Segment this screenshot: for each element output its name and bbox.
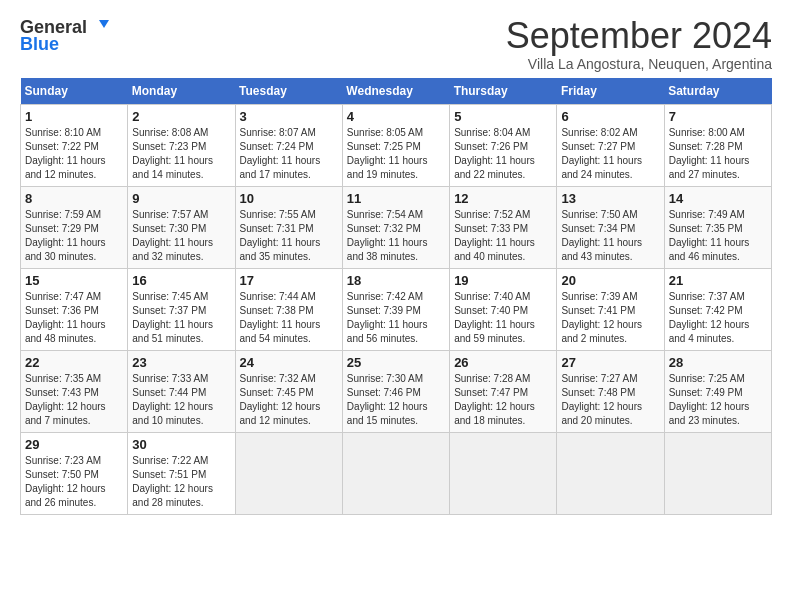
day-number: 26: [454, 355, 552, 370]
table-cell: [342, 432, 449, 514]
table-cell: 8 Sunrise: 7:59 AM Sunset: 7:29 PM Dayli…: [21, 186, 128, 268]
day-number: 9: [132, 191, 230, 206]
day-number: 27: [561, 355, 659, 370]
day-info: Sunrise: 7:25 AM Sunset: 7:49 PM Dayligh…: [669, 372, 767, 428]
day-info: Sunrise: 7:28 AM Sunset: 7:47 PM Dayligh…: [454, 372, 552, 428]
calendar-row: 15 Sunrise: 7:47 AM Sunset: 7:36 PM Dayl…: [21, 268, 772, 350]
day-number: 25: [347, 355, 445, 370]
day-info: Sunrise: 7:39 AM Sunset: 7:41 PM Dayligh…: [561, 290, 659, 346]
col-friday: Friday: [557, 78, 664, 105]
logo-bird-icon: [89, 16, 111, 38]
day-number: 23: [132, 355, 230, 370]
calendar-header-row: Sunday Monday Tuesday Wednesday Thursday…: [21, 78, 772, 105]
day-number: 12: [454, 191, 552, 206]
day-info: Sunrise: 7:42 AM Sunset: 7:39 PM Dayligh…: [347, 290, 445, 346]
day-number: 18: [347, 273, 445, 288]
col-monday: Monday: [128, 78, 235, 105]
table-cell: 1 Sunrise: 8:10 AM Sunset: 7:22 PM Dayli…: [21, 104, 128, 186]
month-title: September 2024: [506, 16, 772, 56]
day-info: Sunrise: 7:30 AM Sunset: 7:46 PM Dayligh…: [347, 372, 445, 428]
table-cell: 28 Sunrise: 7:25 AM Sunset: 7:49 PM Dayl…: [664, 350, 771, 432]
day-number: 5: [454, 109, 552, 124]
table-cell: 12 Sunrise: 7:52 AM Sunset: 7:33 PM Dayl…: [450, 186, 557, 268]
table-cell: 27 Sunrise: 7:27 AM Sunset: 7:48 PM Dayl…: [557, 350, 664, 432]
day-info: Sunrise: 7:50 AM Sunset: 7:34 PM Dayligh…: [561, 208, 659, 264]
day-info: Sunrise: 7:55 AM Sunset: 7:31 PM Dayligh…: [240, 208, 338, 264]
day-number: 22: [25, 355, 123, 370]
col-thursday: Thursday: [450, 78, 557, 105]
day-info: Sunrise: 8:10 AM Sunset: 7:22 PM Dayligh…: [25, 126, 123, 182]
calendar-row: 22 Sunrise: 7:35 AM Sunset: 7:43 PM Dayl…: [21, 350, 772, 432]
col-saturday: Saturday: [664, 78, 771, 105]
day-number: 30: [132, 437, 230, 452]
day-info: Sunrise: 7:44 AM Sunset: 7:38 PM Dayligh…: [240, 290, 338, 346]
table-cell: 15 Sunrise: 7:47 AM Sunset: 7:36 PM Dayl…: [21, 268, 128, 350]
calendar-row: 8 Sunrise: 7:59 AM Sunset: 7:29 PM Dayli…: [21, 186, 772, 268]
day-number: 4: [347, 109, 445, 124]
table-cell: 4 Sunrise: 8:05 AM Sunset: 7:25 PM Dayli…: [342, 104, 449, 186]
table-cell: 20 Sunrise: 7:39 AM Sunset: 7:41 PM Dayl…: [557, 268, 664, 350]
day-number: 6: [561, 109, 659, 124]
table-cell: 5 Sunrise: 8:04 AM Sunset: 7:26 PM Dayli…: [450, 104, 557, 186]
day-info: Sunrise: 8:07 AM Sunset: 7:24 PM Dayligh…: [240, 126, 338, 182]
day-info: Sunrise: 7:40 AM Sunset: 7:40 PM Dayligh…: [454, 290, 552, 346]
day-number: 20: [561, 273, 659, 288]
day-number: 8: [25, 191, 123, 206]
day-number: 1: [25, 109, 123, 124]
col-tuesday: Tuesday: [235, 78, 342, 105]
table-cell: 10 Sunrise: 7:55 AM Sunset: 7:31 PM Dayl…: [235, 186, 342, 268]
table-cell: 23 Sunrise: 7:33 AM Sunset: 7:44 PM Dayl…: [128, 350, 235, 432]
day-info: Sunrise: 7:23 AM Sunset: 7:50 PM Dayligh…: [25, 454, 123, 510]
day-info: Sunrise: 7:22 AM Sunset: 7:51 PM Dayligh…: [132, 454, 230, 510]
table-cell: [557, 432, 664, 514]
table-cell: 25 Sunrise: 7:30 AM Sunset: 7:46 PM Dayl…: [342, 350, 449, 432]
table-cell: [235, 432, 342, 514]
day-info: Sunrise: 7:54 AM Sunset: 7:32 PM Dayligh…: [347, 208, 445, 264]
page-header: General Blue September 2024 Villa La Ang…: [20, 16, 772, 72]
location-subtitle: Villa La Angostura, Neuquen, Argentina: [506, 56, 772, 72]
day-number: 16: [132, 273, 230, 288]
day-info: Sunrise: 7:52 AM Sunset: 7:33 PM Dayligh…: [454, 208, 552, 264]
day-info: Sunrise: 7:45 AM Sunset: 7:37 PM Dayligh…: [132, 290, 230, 346]
table-cell: 2 Sunrise: 8:08 AM Sunset: 7:23 PM Dayli…: [128, 104, 235, 186]
table-cell: 17 Sunrise: 7:44 AM Sunset: 7:38 PM Dayl…: [235, 268, 342, 350]
day-info: Sunrise: 8:04 AM Sunset: 7:26 PM Dayligh…: [454, 126, 552, 182]
table-cell: 11 Sunrise: 7:54 AM Sunset: 7:32 PM Dayl…: [342, 186, 449, 268]
col-sunday: Sunday: [21, 78, 128, 105]
day-number: 14: [669, 191, 767, 206]
day-info: Sunrise: 7:32 AM Sunset: 7:45 PM Dayligh…: [240, 372, 338, 428]
title-block: September 2024 Villa La Angostura, Neuqu…: [506, 16, 772, 72]
day-number: 24: [240, 355, 338, 370]
day-info: Sunrise: 7:33 AM Sunset: 7:44 PM Dayligh…: [132, 372, 230, 428]
table-cell: 24 Sunrise: 7:32 AM Sunset: 7:45 PM Dayl…: [235, 350, 342, 432]
table-cell: 16 Sunrise: 7:45 AM Sunset: 7:37 PM Dayl…: [128, 268, 235, 350]
table-cell: 29 Sunrise: 7:23 AM Sunset: 7:50 PM Dayl…: [21, 432, 128, 514]
day-number: 7: [669, 109, 767, 124]
day-number: 19: [454, 273, 552, 288]
day-info: Sunrise: 7:37 AM Sunset: 7:42 PM Dayligh…: [669, 290, 767, 346]
day-number: 28: [669, 355, 767, 370]
day-number: 17: [240, 273, 338, 288]
calendar-row: 1 Sunrise: 8:10 AM Sunset: 7:22 PM Dayli…: [21, 104, 772, 186]
day-info: Sunrise: 7:35 AM Sunset: 7:43 PM Dayligh…: [25, 372, 123, 428]
day-number: 3: [240, 109, 338, 124]
day-number: 29: [25, 437, 123, 452]
day-info: Sunrise: 8:02 AM Sunset: 7:27 PM Dayligh…: [561, 126, 659, 182]
day-number: 15: [25, 273, 123, 288]
table-cell: 6 Sunrise: 8:02 AM Sunset: 7:27 PM Dayli…: [557, 104, 664, 186]
day-info: Sunrise: 7:27 AM Sunset: 7:48 PM Dayligh…: [561, 372, 659, 428]
table-cell: 3 Sunrise: 8:07 AM Sunset: 7:24 PM Dayli…: [235, 104, 342, 186]
day-info: Sunrise: 8:08 AM Sunset: 7:23 PM Dayligh…: [132, 126, 230, 182]
day-info: Sunrise: 8:05 AM Sunset: 7:25 PM Dayligh…: [347, 126, 445, 182]
table-cell: 18 Sunrise: 7:42 AM Sunset: 7:39 PM Dayl…: [342, 268, 449, 350]
day-number: 2: [132, 109, 230, 124]
day-info: Sunrise: 7:59 AM Sunset: 7:29 PM Dayligh…: [25, 208, 123, 264]
table-cell: 22 Sunrise: 7:35 AM Sunset: 7:43 PM Dayl…: [21, 350, 128, 432]
table-cell: [664, 432, 771, 514]
svg-marker-0: [99, 20, 109, 28]
day-info: Sunrise: 7:49 AM Sunset: 7:35 PM Dayligh…: [669, 208, 767, 264]
table-cell: 9 Sunrise: 7:57 AM Sunset: 7:30 PM Dayli…: [128, 186, 235, 268]
day-number: 10: [240, 191, 338, 206]
table-cell: 21 Sunrise: 7:37 AM Sunset: 7:42 PM Dayl…: [664, 268, 771, 350]
table-cell: 30 Sunrise: 7:22 AM Sunset: 7:51 PM Dayl…: [128, 432, 235, 514]
